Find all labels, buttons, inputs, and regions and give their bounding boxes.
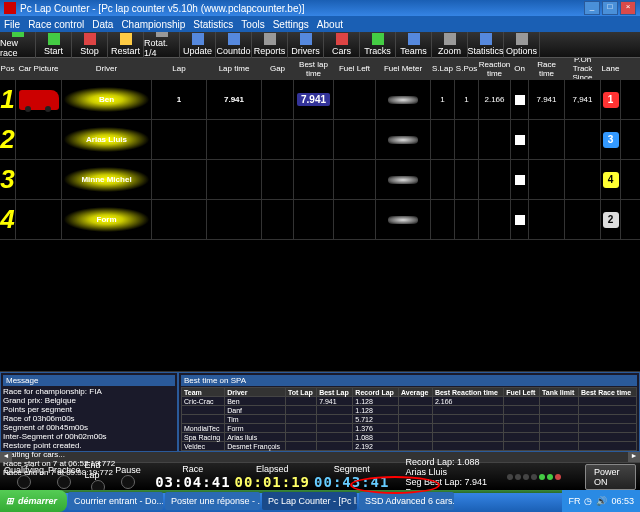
pot-since: [565, 120, 601, 159]
toolbar-countdo[interactable]: Countdo: [216, 32, 252, 58]
pot-since: 7,941: [565, 80, 601, 119]
bt-row[interactable]: Cric-CracBen7.9411.1282.166: [182, 397, 637, 406]
menu-race-control[interactable]: Race control: [28, 19, 84, 30]
system-tray[interactable]: FR ◷ 🔊 06:53: [562, 490, 640, 512]
driver-name: Ben: [62, 80, 152, 119]
toolbar-restart[interactable]: Restart: [108, 32, 144, 58]
col-racetime: Race time: [529, 58, 565, 79]
update-icon: [192, 33, 204, 45]
toolbar-start[interactable]: Start: [36, 32, 72, 58]
titlebar: Pc Lap Counter - [Pc lap counter v5.10h …: [0, 0, 640, 16]
bt-header: Record Lap: [353, 388, 399, 397]
maximize-button[interactable]: □: [602, 1, 618, 15]
toolbar-options[interactable]: Options: [504, 32, 540, 58]
taskbar-item[interactable]: Pc Lap Counter - [Pc l...: [262, 492, 357, 510]
tray-icon[interactable]: 🔊: [596, 496, 607, 506]
bt-row[interactable]: Tim5.712: [182, 415, 637, 424]
menu-data[interactable]: Data: [92, 19, 113, 30]
besttime-scrollbar[interactable]: ◄ ►: [181, 451, 637, 452]
taskbar-item[interactable]: Poster une réponse - ...: [165, 492, 260, 510]
menu-file[interactable]: File: [4, 19, 20, 30]
menu-statistics[interactable]: Statistics: [193, 19, 233, 30]
toolbar: New raceStartStopRestartRotat. 1/4Update…: [0, 32, 640, 58]
col-reaction: Reaction time: [479, 58, 511, 79]
pause-button[interactable]: Pause: [115, 465, 141, 489]
besttime-title: Best time on SPA: [181, 375, 637, 386]
toolbar-new-race[interactable]: New race: [0, 32, 36, 58]
message-line: Points per segment: [3, 405, 175, 414]
practice-button[interactable]: Practice: [48, 465, 81, 489]
menu-tools[interactable]: Tools: [241, 19, 264, 30]
menu-about[interactable]: About: [317, 19, 343, 30]
table-row[interactable]: 3Minne Michel4: [0, 160, 640, 200]
toolbar-stop[interactable]: Stop: [72, 32, 108, 58]
toolbar-zoom[interactable]: Zoom: [432, 32, 468, 58]
on-checkbox[interactable]: [515, 95, 525, 105]
lap-count: 1: [152, 80, 207, 119]
col-fuelleft: Fuel Left: [334, 58, 376, 79]
lap-count: [152, 200, 207, 239]
on-checkbox[interactable]: [515, 175, 525, 185]
bt-header: Best Race time: [579, 388, 637, 397]
bt-header: Best Reaction time: [432, 388, 503, 397]
toolbar-teams[interactable]: Teams: [396, 32, 432, 58]
close-button[interactable]: ×: [620, 1, 636, 15]
on-checkbox[interactable]: [515, 135, 525, 145]
toolbar-update[interactable]: Update: [180, 32, 216, 58]
reaction-time: [479, 120, 511, 159]
clock: 06:53: [611, 496, 634, 506]
lap-time: 7.941: [207, 80, 262, 119]
minimize-button[interactable]: _: [584, 1, 600, 15]
menu-settings[interactable]: Settings: [273, 19, 309, 30]
on-checkbox[interactable]: [515, 215, 525, 225]
taskbar-item[interactable]: SSD Advanced 6 cars...: [359, 492, 454, 510]
scroll-left-icon[interactable]: ◄: [181, 451, 193, 452]
bt-header: Tank limit: [540, 388, 579, 397]
toolbar-tracks[interactable]: Tracks: [360, 32, 396, 58]
menu-championship[interactable]: Championship: [121, 19, 185, 30]
table-row[interactable]: 2Arias Lluis3: [0, 120, 640, 160]
power-button[interactable]: Power ON: [585, 464, 636, 490]
bt-row[interactable]: Danf1.128: [182, 406, 637, 415]
stop-icon: [84, 33, 96, 45]
toolbar-drivers[interactable]: Drivers: [288, 32, 324, 58]
bt-row[interactable]: Spa RacingArias lluis1.088: [182, 433, 637, 442]
message-line: Waiting for cars...: [3, 450, 175, 459]
toolbar-reports[interactable]: Reports: [252, 32, 288, 58]
app-icon: [4, 2, 16, 14]
col-pot: P.On Track Since: [565, 58, 601, 79]
scroll-right-icon[interactable]: ►: [628, 452, 640, 462]
message-line: Segment of 00h45m00s: [3, 423, 175, 432]
taskbar-item[interactable]: Courrier entrant - Do...: [68, 492, 163, 510]
race-time: [529, 200, 565, 239]
table-row[interactable]: 1Ben17.9417.941112.1667.9417,9411: [0, 80, 640, 120]
seg-lap: [431, 120, 455, 159]
start-button[interactable]: ⊞ démarrer: [0, 490, 67, 512]
bt-row[interactable]: MondialTecForm1.376: [182, 424, 637, 433]
toolbar-rotat--1-4[interactable]: Rotat. 1/4: [144, 32, 180, 58]
message-line: Restore point created.: [3, 441, 175, 450]
seg-lap: [431, 160, 455, 199]
lang-indicator[interactable]: FR: [568, 496, 580, 506]
endlap-button[interactable]: End Lap: [85, 460, 112, 494]
position-number: 3: [0, 164, 14, 195]
seg-lap: 1: [431, 80, 455, 119]
message-line: Race for championship: FIA: [3, 387, 175, 396]
toolbar-statistics[interactable]: Statistics: [468, 32, 504, 58]
seg-pos: [455, 200, 479, 239]
scroll-left-icon[interactable]: ◄: [0, 452, 12, 462]
col-on: On: [511, 58, 529, 79]
lap-count: [152, 120, 207, 159]
position-number: 2: [0, 124, 14, 155]
tray-icon[interactable]: ◷: [584, 496, 592, 506]
lane-badge: 4: [603, 172, 619, 188]
fuel-meter: [388, 136, 418, 144]
bt-row[interactable]: VeldecDesmet François2.192: [182, 442, 637, 451]
table-row[interactable]: 4Form2: [0, 200, 640, 240]
qualifying-button[interactable]: Qualifying: [4, 465, 44, 489]
windows-icon: ⊞: [6, 496, 14, 506]
col-fuelmeter: Fuel Meter: [376, 58, 431, 79]
toolbar-cars[interactable]: Cars: [324, 32, 360, 58]
race-time: [529, 120, 565, 159]
segment-timer: Segment00:43:41: [314, 464, 389, 490]
